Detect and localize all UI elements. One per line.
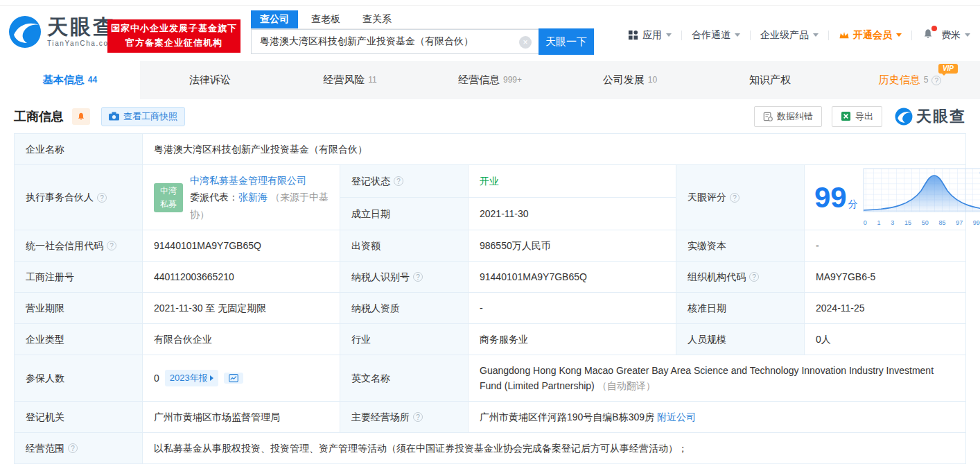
tab-business-info[interactable]: 经营信息999+ — [420, 61, 560, 99]
help-icon[interactable] — [413, 412, 423, 422]
nav-divider — [828, 31, 829, 40]
business-info-toolbar: 工商信息 查看工商快照 数据纠错 — [0, 99, 980, 133]
triangle-right-icon — [210, 375, 213, 381]
registration-status-value: 开业 — [469, 165, 676, 197]
insured-count-value: 0 2023年报 — [143, 355, 340, 401]
watermark-text: 天眼查 — [916, 106, 966, 127]
export-button[interactable]: 导出 — [832, 106, 882, 127]
org-code-value: MA9Y7GB6-5 — [805, 262, 965, 292]
field-label: 经营范围 — [15, 433, 143, 463]
gov-badge-line1: 国家中小企业发展子基金旗下 — [107, 22, 240, 36]
crown-icon — [839, 31, 850, 40]
tianyancha-logo-icon — [8, 15, 42, 49]
nav-partners[interactable]: 合作通道 — [692, 29, 740, 42]
company-type-value: 有限合伙企业 — [143, 324, 340, 355]
field-label: 纳税人资质 — [340, 293, 469, 323]
tab-business-risk[interactable]: 经营风险11 — [280, 61, 420, 99]
tianyancha-logo[interactable]: 天眼查 TianYanCha.com — [8, 15, 116, 49]
search-button[interactable]: 天眼一下 — [539, 28, 594, 55]
chevron-down-icon — [896, 33, 902, 37]
business-info-table: 企业名称 粤港澳大湾区科技创新产业投资基金（有限合伙） 执行事务合伙人 中湾 私… — [14, 133, 966, 464]
field-label: 营业期限 — [15, 293, 143, 323]
monitor-bell-button[interactable] — [72, 108, 90, 125]
section-title: 工商信息 — [14, 108, 64, 125]
paid-capital-value: - — [805, 230, 965, 261]
help-icon[interactable] — [730, 193, 740, 203]
field-label: 执行事务合伙人 — [15, 165, 143, 230]
company-section-tabs: 基本信息44 法律诉讼 经营风险11 经营信息999+ 公司发展10 知识产权 … — [0, 61, 980, 99]
field-label: 人员规模 — [676, 324, 805, 355]
industry-value: 商务服务业 — [469, 324, 676, 355]
table-row: 参保人数 0 2023年报 英文名称 Guangdong Hong Kong M… — [15, 355, 965, 402]
logo-subtext: TianYanCha.com — [47, 40, 116, 47]
help-icon[interactable] — [931, 76, 941, 85]
help-icon[interactable] — [68, 443, 78, 453]
score-number: 99 — [814, 181, 847, 214]
search-input[interactable] — [252, 30, 539, 53]
apps-grid-icon — [628, 30, 638, 40]
tab-history-info[interactable]: VIP 历史信息5 — [840, 61, 980, 99]
table-row: 工商注册号 440112003665210 纳税人识别号 91440101MA9… — [15, 262, 965, 293]
annual-report-button[interactable]: 2023年报 — [165, 370, 218, 387]
watermark-logo: 天眼查 — [895, 106, 966, 127]
field-label: 天眼评分 — [676, 165, 805, 230]
tianyancha-logo-icon — [895, 108, 913, 126]
nav-user-menu[interactable]: 费米 — [941, 29, 970, 42]
table-row: 营业期限 2021-11-30 至 无固定期限 纳税人资质 - 核准日期 202… — [15, 293, 965, 324]
clear-search-icon[interactable]: × — [519, 36, 532, 49]
partner-value: 中湾 私募 中湾私募基金管理有限公司 委派代表：张新海 （来源于中基协） — [143, 165, 340, 230]
tab-legal-litigation[interactable]: 法律诉讼 — [140, 61, 280, 99]
score-distribution-chart: 0131550859799100 — [858, 167, 980, 228]
view-snapshot-button[interactable]: 查看工商快照 — [101, 107, 185, 126]
table-row: 经营范围 以私募基金从事股权投资、投资管理、资产管理等活动（须在中国证券投资基金… — [15, 433, 965, 464]
business-term-value: 2021-11-30 至 无固定期限 — [143, 293, 340, 323]
help-icon[interactable] — [749, 272, 759, 282]
data-correction-button[interactable]: 数据纠错 — [754, 106, 822, 127]
delegate-link[interactable]: 张新海 — [238, 191, 268, 203]
middle-subtable: 登记状态 开业 成立日期 2021-11-30 — [340, 165, 676, 230]
partner-avatar-badge: 中湾 私募 — [154, 183, 183, 212]
help-icon[interactable] — [413, 272, 423, 282]
table-row: 统一社会信用代码 91440101MA9Y7GB65Q 出资额 986550万人… — [15, 230, 965, 262]
chevron-down-icon — [666, 33, 672, 37]
help-icon[interactable] — [394, 176, 403, 186]
notification-bell[interactable] — [922, 28, 934, 42]
partner-company-link[interactable]: 中湾私募基金管理有限公司 — [190, 175, 306, 186]
bell-icon — [76, 112, 86, 121]
tab-basic-info[interactable]: 基本信息44 — [0, 61, 140, 99]
search-tab-relation[interactable]: 查关系 — [353, 10, 401, 28]
field-label: 成立日期 — [340, 198, 469, 230]
field-label: 工商注册号 — [15, 262, 143, 292]
tab-company-development[interactable]: 公司发展10 — [560, 61, 700, 99]
field-label: 参保人数 — [15, 355, 143, 401]
field-label: 组织机构代码 — [676, 262, 805, 292]
tab-intellectual-property[interactable]: 知识产权 — [700, 61, 840, 99]
registration-number-value: 440112003665210 — [143, 262, 340, 292]
help-icon[interactable] — [107, 241, 116, 250]
nearby-companies-link[interactable]: 附近公司 — [657, 409, 696, 425]
field-label: 登记机关 — [15, 402, 143, 432]
search-input-wrap: × — [251, 29, 539, 54]
nav-apps[interactable]: 应用 — [628, 29, 672, 42]
registration-authority-value: 广州市黄埔区市场监督管理局 — [143, 402, 340, 432]
table-row: 成立日期 2021-11-30 — [340, 198, 676, 230]
field-label: 实缴资本 — [676, 230, 805, 261]
approval-date-value: 2024-11-25 — [805, 293, 965, 323]
capital-value: 986550万人民币 — [469, 230, 676, 261]
field-label: 英文名称 — [340, 355, 469, 401]
nav-enterprise-products[interactable]: 企业级产品 — [760, 29, 819, 42]
table-row: 登记状态 开业 — [340, 165, 676, 198]
table-row: 企业名称 粤港澳大湾区科技创新产业投资基金（有限合伙） — [15, 134, 965, 165]
taxpayer-id-value: 91440101MA9Y7GB65Q — [469, 262, 676, 292]
line-chart-icon — [229, 374, 238, 382]
search-tab-company[interactable]: 查公司 — [251, 10, 298, 28]
vip-badge: VIP — [938, 64, 958, 74]
nav-vip-membership[interactable]: 开通会员 — [839, 29, 902, 42]
trend-chart-button[interactable] — [224, 373, 243, 384]
field-label: 登记状态 — [340, 165, 469, 197]
help-icon[interactable] — [97, 193, 107, 203]
business-place-value: 广州市黄埔区伴河路190号自编B栋309房 附近公司 — [469, 402, 965, 432]
search-tab-boss[interactable]: 查老板 — [302, 10, 349, 28]
search-tabs: 查公司 查老板 查关系 — [251, 10, 539, 29]
top-nav: 应用 合作通道 企业级产品 开通会员 — [628, 28, 970, 42]
